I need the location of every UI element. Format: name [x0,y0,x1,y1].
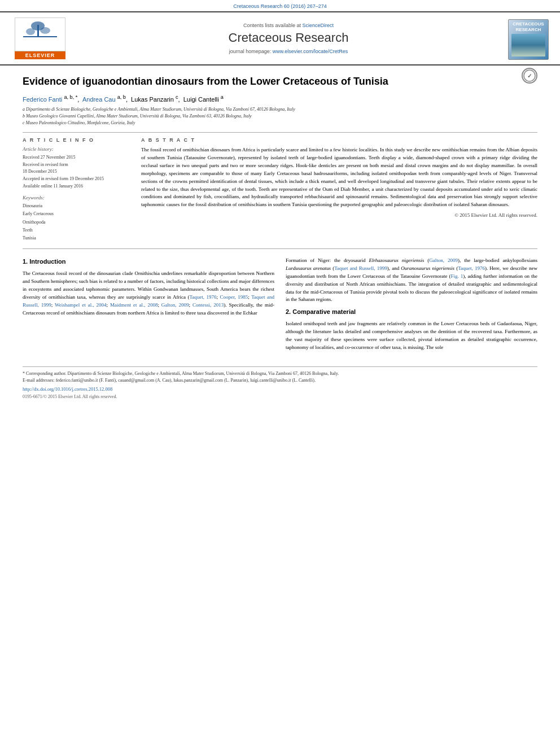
elsevier-text: ELSEVIER [15,51,65,59]
body-left-col: 1. Introduction The Cretaceous fossil re… [23,257,274,355]
page-wrapper: Cretaceous Research 60 (2016) 267–274 EL… [0,0,560,399]
svg-point-3 [26,28,35,35]
author-fanti[interactable]: Federico Fanti [23,96,62,103]
comparative-paragraph: Isolated ornithopod teeth and jaw fragme… [286,320,537,352]
header-left: ELSEVIER [9,17,71,60]
history-item-0: Received 27 November 2015 [23,154,130,161]
author-cau[interactable]: Andrea Cau [82,96,116,103]
journal-top-link: Cretaceous Research 60 (2016) 267–274 [0,0,560,11]
body-right-col: Formation of Niger: the dryosaurid Elrha… [286,257,537,355]
svg-text:✓: ✓ [527,73,532,79]
body-two-col: 1. Introduction The Cretaceous fossil re… [23,257,537,355]
svg-rect-0 [23,36,57,37]
history-item-1: Received in revised form [23,161,130,169]
email-addresses: federico.fanti@unibo.it (F. Fanti), caua… [56,378,316,383]
authors-line: Federico Fanti a, b, *, Andrea Cau a, b,… [23,94,537,103]
history-title: Article history: [23,146,130,152]
homepage-prefix: journal homepage: [229,49,272,54]
article-info-header: A R T I C L E I N F O [23,137,130,143]
sciencedirect-line: Contents lists available at ScienceDirec… [243,23,334,28]
corresponding-author-note: * Corresponding author. Dipartimento di … [23,370,537,377]
ref-taquet-russell1999-2[interactable]: Taquet and Russell, 1999 [334,265,387,271]
ref-galton2009-2[interactable]: Galton, 2009 [429,257,458,263]
affiliation-b: b Museo Geologico Giovanni Capellini, Al… [23,113,537,120]
comparative-title: Comparative material [292,308,356,315]
affiliations: a Dipartimento di Scienze Biologiche, Ge… [23,106,537,126]
keywords-title: Keywords: [23,195,130,200]
ref-taquet1976[interactable]: Taquet, 1976 [189,294,216,300]
keyword-0: Dinosauria [23,202,130,210]
journal-badge: CRETACEOUS RESEARCH [508,19,549,60]
svg-point-4 [40,27,50,34]
copyright-bottom: 0195-6671/© 2015 Elsevier Ltd. All right… [23,394,537,399]
email-label: E-mail addresses: [23,378,55,383]
keyword-3: Teeth [23,226,130,234]
intro-number: 1. [23,258,28,265]
affiliation-a: a Dipartimento di Scienze Biologiche, Ge… [23,106,537,113]
abstract-header: A B S T R A C T [141,137,537,143]
comparative-number: 2. [286,308,291,315]
ref-weishampel2004[interactable]: Weishampel et al., 2004 [55,302,107,308]
section-divider-2 [23,248,537,249]
main-content: Evidence of iguanodontian dinosaurs from… [0,65,560,399]
ref-contessi2013[interactable]: Contessi, 2013 [193,302,224,308]
keyword-4: Tunisia [23,234,130,242]
crossmark-icon: ✓ [523,69,536,82]
header-area: ELSEVIER Contents lists available at Sci… [0,12,560,64]
journal-ref-text: Cretaceous Research 60 (2016) 267–274 [233,3,327,9]
elsevier-logo: ELSEVIER [15,18,65,59]
crossmark-badge[interactable]: ✓ [522,68,537,84]
intro-paragraph-right: Formation of Niger: the dryosaurid Elrha… [286,257,537,304]
header-center: Contents lists available at ScienceDirec… [77,17,500,60]
doi-link[interactable]: http://dx.doi.org/10.1016/j.cretres.2015… [23,386,537,392]
history-item-2: 18 December 2015 [23,168,130,176]
ref-taquet1976-2[interactable]: Taquet, 1976 [458,265,485,271]
affiliation-c: c Museo Paleontologico Cittadino, Monfal… [23,120,537,126]
keyword-1: Early Cretaceous [23,210,130,218]
article-info-col: A R T I C L E I N F O Article history: R… [23,137,130,243]
sciencedirect-prefix: Contents lists available at [243,23,301,28]
section-divider-1 [23,132,537,133]
comparative-section-title: 2. Comparative material [286,307,537,317]
ref-maidment2008[interactable]: Maidment et al., 2008 [110,302,158,308]
badge-title: CRETACEOUS RESEARCH [509,21,548,32]
history-item-4: Available online 11 January 2016 [23,183,130,190]
ref-galton2009[interactable]: Galton, 2009 [161,302,189,308]
ref-cooper1985[interactable]: Cooper, 1985 [220,294,248,300]
history-item-3: Accepted in revised form 19 December 201… [23,176,130,183]
ref-fig1[interactable]: Fig. 1 [451,273,463,279]
body-section: 1. Introduction The Cretaceous fossil re… [23,257,537,355]
intro-section-title: 1. Introduction [23,257,274,267]
email-note: E-mail addresses: federico.fanti@unibo.i… [23,377,537,384]
intro-title: Introduction [29,258,65,265]
abstract-col: A B S T R A C T The fossil record of orn… [141,137,537,243]
article-info-abstract: A R T I C L E I N F O Article history: R… [23,137,537,243]
badge-image [511,34,545,56]
journal-title: Cretaceous Research [229,30,349,45]
elsevier-tree-icon [20,19,60,50]
footnote-area: * Corresponding author. Dipartimento di … [23,366,537,399]
keyword-2: Ornithopoda [23,219,130,226]
journal-homepage: journal homepage: www.elsevier.com/locat… [229,49,348,54]
abstract-copyright: © 2015 Elsevier Ltd. All rights reserved… [141,212,537,218]
author-panzarin: Lukas Panzarin [131,96,174,103]
header-right: CRETACEOUS RESEARCH [506,17,551,60]
article-title: Evidence of iguanodontian dinosaurs from… [23,75,516,89]
sciencedirect-link[interactable]: ScienceDirect [303,23,334,28]
intro-paragraph: The Cretaceous fossil record of the dino… [23,270,274,317]
abstract-text: The fossil record of ornithischian dinos… [141,146,537,209]
authors-text: Federico Fanti a, b, *, Andrea Cau a, b,… [23,96,224,103]
homepage-url[interactable]: www.elsevier.com/locate/CretRes [273,49,348,54]
author-cantelli: Luigi Cantelli [183,96,219,103]
title-area: Evidence of iguanodontian dinosaurs from… [23,65,537,94]
